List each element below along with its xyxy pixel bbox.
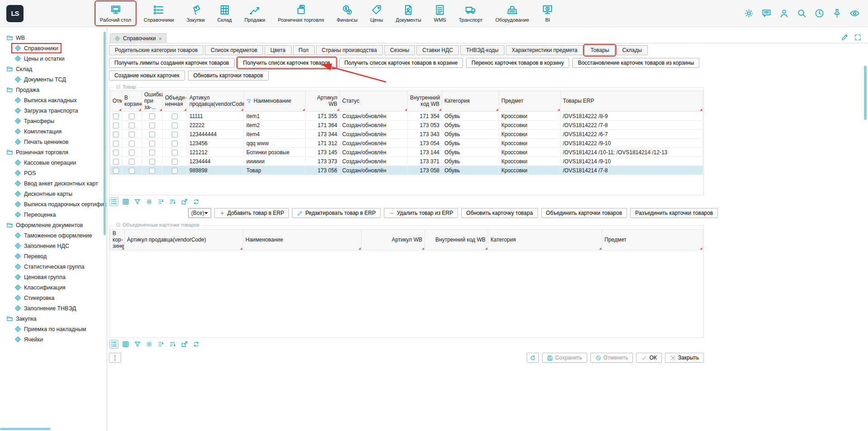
command-button[interactable]: Обновить карточки товаров [188,71,269,81]
subtab[interactable]: Ставки НДС [416,45,459,55]
row-checkbox-in-cart[interactable] [129,132,135,137]
tree-item[interactable]: Ячейки [0,334,107,345]
tab-close-icon[interactable]: × [159,36,162,42]
tree-item[interactable]: Комплектация [0,126,107,137]
subtab[interactable]: Характеристики предмета [506,45,583,55]
app-logo[interactable]: LS [6,5,24,22]
tree-item[interactable]: Приемка по накладным [0,324,107,334]
top-nav-item[interactable]: Закупки [183,2,209,25]
sidebar-horizontal-scrollbar[interactable] [0,428,51,430]
action-button[interactable]: Обновить карточку товара [461,208,538,218]
gear-icon[interactable] [145,340,153,348]
sort-lines-icon[interactable] [169,198,177,206]
tree-item[interactable]: Цены и остатки [0,53,107,64]
tree-item[interactable]: Дисконтные карты [0,189,107,199]
command-button[interactable]: Получить лимиты создания карточек товаро… [109,58,235,68]
row-checkbox-merged[interactable] [172,114,178,119]
tree-item[interactable]: Таможенное оформление [0,230,107,241]
filter-icon[interactable] [133,340,142,348]
row-checkbox-marked[interactable] [113,132,119,137]
main-vertical-scrollbar[interactable] [864,66,867,120]
footer-button[interactable]: ОК [636,353,661,363]
col-header-name[interactable]: Наименование [243,230,362,251]
top-nav-item[interactable]: Склад [213,2,236,25]
export-icon[interactable] [180,340,189,348]
tree-item[interactable]: Заполнение НДС [0,241,107,251]
table-row[interactable]: 22222 item2 171 364 Создан/обновлён 173 … [110,121,703,130]
table-row[interactable]: 121212 Ботинки розовые 173 145 Создан/об… [110,148,703,157]
action-button[interactable]: Разъединить карточки товаров [630,208,718,218]
row-checkbox-error[interactable] [149,114,155,119]
more-options-button[interactable] [109,353,121,363]
row-checkbox-in-cart[interactable] [129,150,135,156]
row-checkbox-error[interactable] [149,150,155,156]
sort-lines-icon[interactable] [169,340,177,348]
subtab[interactable]: Родительские категории товаров [109,45,203,55]
table-row[interactable]: 989898 Товар 173 056 Создан/обновлён 173… [110,166,703,175]
subtab[interactable]: Страны производства [316,45,383,55]
col-header-wb-code[interactable]: Внутренний код WB [425,230,488,251]
top-nav-item[interactable]: Продажи [241,2,269,25]
tree-item[interactable]: Документы ТСД [0,74,107,85]
table-row[interactable]: 1234444 ииииии 173 373 Создан/обновлён 1… [110,157,703,166]
collapse-icon[interactable] [116,223,121,227]
top-nav-item[interactable]: Документы [392,2,425,25]
top-nav-item[interactable]: Транспорт [455,2,487,25]
row-checkbox-in-cart[interactable] [129,123,135,128]
row-checkbox-merged[interactable] [172,159,178,165]
top-nav-item[interactable]: Цены [366,2,387,25]
tree-item[interactable]: Склад [0,64,107,74]
col-header-error[interactable]: Ошибка при за-... [142,91,163,112]
row-list-icon[interactable] [110,340,118,348]
col-header-marked[interactable]: Отм. [110,91,122,112]
col-header-wb-article[interactable]: Артикул WB [362,230,425,251]
subtab[interactable]: Товары [585,45,615,55]
tree-item[interactable]: POS [0,168,107,178]
row-checkbox-merged[interactable] [172,150,178,156]
col-header-erp[interactable]: Товары ERP [561,91,703,112]
subtab[interactable]: ТНВЭД-коды [460,45,505,55]
row-checkbox-marked[interactable] [113,141,119,147]
col-header-merged[interactable]: Объеди- ненная [163,91,187,112]
command-button[interactable]: Перенос карточек товаров в корзину [466,58,569,68]
col-header-wb-article[interactable]: Артикул WB [306,91,340,112]
command-button[interactable]: Получить список карточек товаров в корзи… [339,58,463,68]
col-header-vendor-code[interactable]: Артикул продавца(vendorCode) [187,91,244,112]
row-checkbox-marked[interactable] [113,114,119,119]
row-checkbox-marked[interactable] [113,150,119,156]
top-nav-item[interactable]: Оборудование [491,2,533,25]
tree-item[interactable]: Розничная торговля [0,147,107,157]
sidebar-vertical-scrollbar[interactable] [104,32,106,235]
edit-pencil-icon[interactable] [841,33,849,41]
user-icon[interactable] [779,8,789,19]
command-button[interactable]: Получить список карточек товаров [238,58,336,68]
numbered-list-icon[interactable] [157,340,165,348]
row-checkbox-marked[interactable] [113,159,119,165]
filter-icon[interactable] [133,198,142,206]
tree-item[interactable]: Выписка подарочных сертификатов [0,199,107,209]
tree-item[interactable]: Ввод анкет дисконтных карт [0,178,107,189]
row-checkbox-in-cart[interactable] [129,114,135,119]
tree-item[interactable]: WB [0,33,107,43]
action-button[interactable]: Удалить товар из ERP [384,208,458,218]
col-header-subject[interactable]: Предмет [602,230,703,251]
tree-item[interactable]: Выписка накладных [0,95,107,105]
fullscreen-icon[interactable] [854,33,862,41]
tree-item[interactable]: Классификация [0,282,107,293]
row-checkbox-merged[interactable] [172,123,178,128]
tree-item[interactable]: Загрузка транспорта [0,105,107,116]
footer-button[interactable]: Закрыть [665,353,704,363]
tree-item[interactable]: Заполнение ТНВЭД [0,303,107,313]
top-nav-item[interactable]: Розничная торговля [274,2,328,25]
subtab[interactable]: Цвета [264,45,291,55]
row-checkbox-in-cart[interactable] [129,168,135,174]
col-header-category[interactable]: Категория [442,91,499,112]
subtab[interactable]: Пол [293,45,315,55]
grid-icon[interactable] [122,198,130,206]
subtab[interactable]: Список предметов [205,45,263,55]
top-nav-item[interactable]: Рабочий стол [96,2,135,25]
tree-item[interactable]: Закупка [0,313,107,324]
col-header-status[interactable]: Статус [340,91,408,112]
numbered-list-icon[interactable] [157,198,165,206]
export-icon[interactable] [180,198,189,206]
